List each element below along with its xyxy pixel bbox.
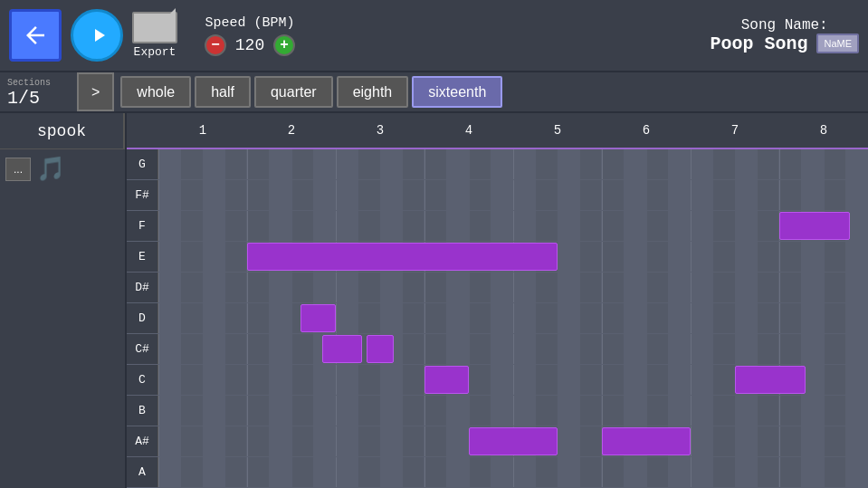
note-cell[interactable] (358, 273, 380, 302)
speed-decrease-button[interactable]: − (205, 34, 226, 56)
note-cells-C[interactable] (158, 365, 868, 395)
note-cells-B[interactable] (158, 396, 868, 426)
note-cells-A#[interactable] (158, 426, 868, 456)
note-cell[interactable] (691, 365, 713, 395)
note-cell[interactable] (447, 149, 469, 179)
note-cell[interactable] (736, 211, 758, 241)
note-cell[interactable] (158, 365, 181, 395)
note-cells-E[interactable] (158, 242, 868, 272)
note-cell[interactable] (580, 334, 602, 364)
note-cell[interactable] (558, 365, 580, 395)
note-cell[interactable] (424, 426, 447, 456)
note-cell[interactable] (225, 426, 247, 456)
note-cell[interactable] (381, 396, 403, 426)
note-cell[interactable] (846, 396, 868, 426)
note-cell[interactable] (647, 396, 669, 426)
note-type-sixteenth[interactable]: sixteenth (412, 76, 502, 108)
note-cell[interactable] (713, 149, 735, 179)
note-cell[interactable] (204, 180, 225, 210)
note-cell[interactable] (846, 273, 868, 302)
note-cell[interactable] (825, 273, 846, 302)
note-cell[interactable] (336, 457, 358, 487)
note-cell[interactable] (713, 211, 735, 241)
note-cell[interactable] (447, 180, 469, 210)
note-cell[interactable] (470, 211, 491, 241)
note-cell[interactable] (669, 211, 691, 241)
note-cell[interactable] (292, 457, 314, 487)
note-cell[interactable] (825, 149, 846, 179)
note-cell[interactable] (225, 365, 247, 395)
note-cells-F#[interactable] (158, 180, 868, 210)
note-cell[interactable] (602, 149, 625, 179)
note-cell[interactable] (403, 396, 424, 426)
note-block[interactable] (469, 427, 558, 455)
note-cell[interactable] (270, 180, 291, 210)
note-cell[interactable] (403, 365, 424, 395)
note-cell[interactable] (647, 149, 669, 179)
note-cell[interactable] (181, 273, 203, 302)
note-cell[interactable] (691, 149, 713, 179)
note-cell[interactable] (691, 457, 713, 487)
note-cell[interactable] (247, 426, 270, 456)
note-cell[interactable] (602, 211, 625, 241)
note-cell[interactable] (669, 273, 691, 302)
note-cell[interactable] (846, 180, 868, 210)
note-cell[interactable] (204, 149, 225, 179)
note-cell[interactable] (846, 242, 868, 272)
note-cell[interactable] (558, 149, 580, 179)
note-cell[interactable] (403, 457, 424, 487)
note-cell[interactable] (247, 396, 270, 426)
note-cell[interactable] (181, 180, 203, 210)
note-cell[interactable] (558, 396, 580, 426)
note-cell[interactable] (424, 457, 447, 487)
note-cell[interactable] (713, 303, 735, 333)
note-cell[interactable] (625, 149, 646, 179)
speed-increase-button[interactable]: + (273, 34, 295, 56)
note-cell[interactable] (336, 180, 358, 210)
note-cell[interactable] (336, 149, 358, 179)
note-cell[interactable] (625, 242, 646, 272)
note-cell[interactable] (580, 149, 602, 179)
note-cell[interactable] (314, 365, 336, 395)
note-cell[interactable] (247, 303, 270, 333)
note-cell[interactable] (158, 303, 181, 333)
note-cell[interactable] (470, 396, 491, 426)
note-cell[interactable] (270, 426, 291, 456)
note-cell[interactable] (225, 396, 247, 426)
note-cell[interactable] (713, 334, 735, 364)
note-cell[interactable] (358, 426, 380, 456)
note-cell[interactable] (691, 396, 713, 426)
note-cell[interactable] (270, 303, 291, 333)
note-cell[interactable] (802, 180, 824, 210)
note-cell[interactable] (204, 242, 225, 272)
note-cell[interactable] (292, 426, 314, 456)
note-cell[interactable] (802, 457, 824, 487)
note-cell[interactable] (558, 273, 580, 302)
note-cell[interactable] (181, 426, 203, 456)
note-cell[interactable] (625, 180, 646, 210)
note-cells-F[interactable] (158, 211, 868, 241)
note-cell[interactable] (424, 149, 447, 179)
note-cell[interactable] (802, 242, 824, 272)
note-cell[interactable] (802, 303, 824, 333)
note-cell[interactable] (336, 211, 358, 241)
note-cell[interactable] (470, 180, 491, 210)
back-button[interactable] (9, 9, 62, 62)
note-cell[interactable] (336, 365, 358, 395)
note-cell[interactable] (736, 242, 758, 272)
note-cell[interactable] (625, 273, 646, 302)
note-cell[interactable] (225, 180, 247, 210)
note-cell[interactable] (403, 273, 424, 302)
note-cell[interactable] (736, 396, 758, 426)
note-cell[interactable] (270, 149, 291, 179)
note-type-quarter[interactable]: quarter (254, 76, 333, 108)
note-cell[interactable] (558, 457, 580, 487)
note-cell[interactable] (825, 426, 846, 456)
note-cell[interactable] (846, 303, 868, 333)
note-cell[interactable] (247, 149, 270, 179)
note-cell[interactable] (470, 334, 491, 364)
note-cell[interactable] (381, 303, 403, 333)
note-cell[interactable] (225, 242, 247, 272)
note-cell[interactable] (447, 303, 469, 333)
note-cell[interactable] (558, 303, 580, 333)
